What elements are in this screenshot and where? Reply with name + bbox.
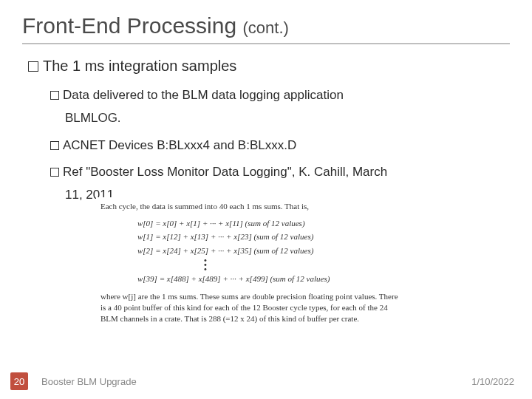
bullet2c-text: Ref "Booster Loss Monitor Data Logging",…: [63, 165, 387, 179]
bullet-level1: The 1 ms integration samples: [28, 58, 510, 75]
title-cont: (cont.): [242, 18, 288, 37]
checkbox-icon: [50, 168, 59, 177]
title-main: Front-End Processing: [22, 13, 236, 38]
checkbox-icon: [50, 91, 59, 100]
checkbox-icon: [50, 141, 59, 150]
formula-w0: w[0] = x[0] + x[1] + ··· + x[11] (sum of…: [137, 217, 402, 230]
vertical-ellipsis-icon: •••: [204, 258, 402, 271]
checkbox-icon: [28, 61, 38, 72]
inset-bottom-caption: where w[j] are the 1 ms sums. These sums…: [100, 291, 402, 325]
bullet-level2-data-cont: BLMLOG.: [65, 108, 510, 128]
formula-inset: Each cycle, the data is summed into 40 e…: [96, 197, 406, 328]
slide-number-badge: 20: [10, 372, 28, 390]
formula-w39: w[39] = x[488] + x[489] + ··· + x[499] (…: [137, 273, 402, 285]
bullet-level2-data: Data delivered to the BLM data logging a…: [50, 85, 510, 105]
formula-w2: w[2] = x[24] + x[25] + ··· + x[35] (sum …: [137, 245, 402, 257]
bullet1-text: The 1 ms integration samples: [43, 58, 236, 74]
inset-top-caption: Each cycle, the data is summed into 40 e…: [100, 200, 402, 213]
bullet2b-text: ACNET Devices B:BLxxx4 and B:BLxxx.D: [63, 138, 296, 152]
slide-container: Front-End Processing (cont.) The 1 ms in…: [0, 0, 532, 399]
bullet2a-text: Data delivered to the BLM data logging a…: [63, 88, 344, 102]
footer-text: Booster BLM Upgrade: [41, 376, 137, 387]
footer-date: 1/10/2022: [471, 376, 514, 387]
bullet-level2-ref: Ref "Booster Loss Monitor Data Logging",…: [50, 162, 510, 182]
footer: 20 Booster BLM Upgrade 1/10/2022: [0, 375, 532, 393]
formula-w1: w[1] = x[12] + x[13] + ··· + x[23] (sum …: [137, 231, 402, 243]
page-title: Front-End Processing (cont.): [22, 13, 510, 44]
bullet-level2-acnet: ACNET Devices B:BLxxx4 and B:BLxxx.D: [50, 135, 510, 155]
